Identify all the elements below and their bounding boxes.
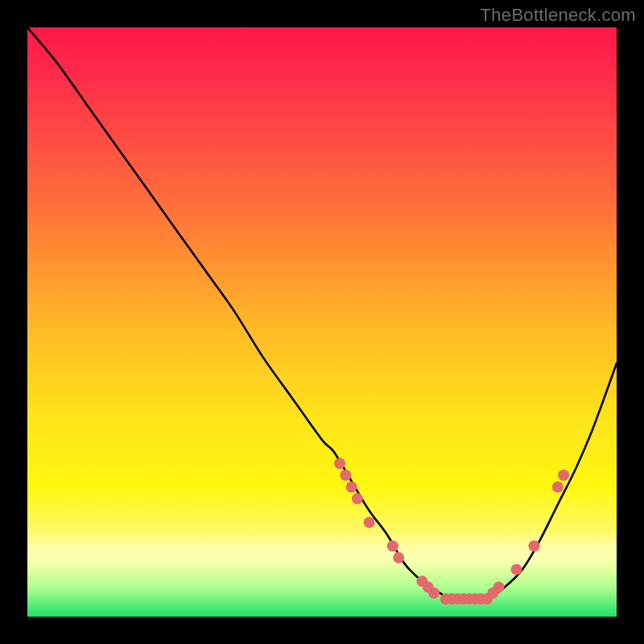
curve-marker [511, 564, 522, 575]
curve-marker [346, 481, 357, 493]
bottleneck-curve [27, 27, 617, 600]
chart-frame: TheBottleneck.com [0, 0, 644, 644]
curve-marker [393, 552, 404, 564]
curve-marker [352, 493, 363, 505]
watermark-text: TheBottleneck.com [481, 5, 636, 26]
curve-marker [340, 469, 351, 481]
curve-marker [493, 581, 505, 592]
plot-area [27, 27, 617, 617]
curve-marker [364, 517, 375, 528]
curve-marker [558, 469, 569, 481]
chart-svg [27, 27, 617, 617]
curve-markers [334, 458, 569, 605]
curve-marker [387, 540, 398, 551]
curve-marker [552, 481, 564, 493]
curve-marker [529, 540, 540, 551]
curve-marker [428, 588, 440, 599]
curve-marker [334, 458, 345, 469]
